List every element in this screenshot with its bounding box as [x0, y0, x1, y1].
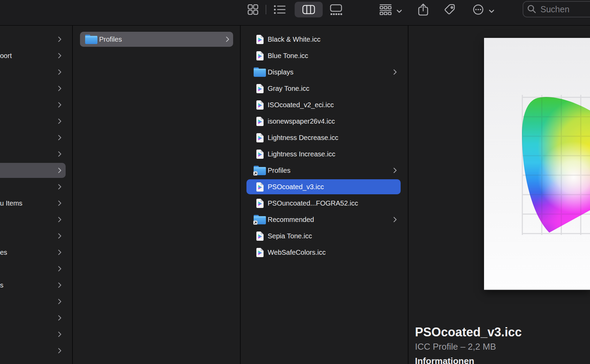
icc-file-icon — [252, 182, 268, 192]
file-item[interactable]: Sepia Tone.icc — [246, 228, 401, 243]
column-divider[interactable] — [408, 26, 408, 364]
list-item[interactable] — [0, 261, 66, 276]
file-item[interactable]: WebSafeColors.icc — [246, 245, 401, 260]
preview-file-name: PSOcoated_v3.icc — [415, 325, 522, 339]
group-button[interactable] — [377, 2, 394, 17]
search-field[interactable] — [523, 1, 590, 17]
list-item[interactable] — [0, 32, 66, 47]
icc-file-icon — [252, 100, 268, 110]
folder-alias-icon — [252, 214, 268, 225]
list-item[interactable] — [0, 327, 66, 342]
icc-file-icon — [252, 116, 268, 126]
file-item[interactable]: Blue Tone.icc — [246, 48, 401, 63]
column-view-button[interactable] — [295, 2, 323, 17]
folder-icon — [252, 67, 268, 77]
folder-item[interactable]: Profiles — [246, 163, 401, 178]
chevron-right-icon — [58, 332, 62, 337]
list-item[interactable] — [0, 310, 66, 325]
chevron-right-icon — [58, 102, 62, 108]
chevron-right-icon — [58, 233, 62, 239]
share-button[interactable] — [414, 2, 432, 17]
folder-item-profiles-selected[interactable]: Profiles — [80, 32, 233, 47]
chevron-right-icon — [58, 217, 62, 222]
list-item-selected[interactable] — [0, 163, 66, 178]
search-icon — [527, 5, 536, 14]
icc-file-icon — [252, 248, 268, 257]
list-item[interactable] — [0, 212, 66, 227]
icc-file-icon — [252, 51, 268, 61]
finder-window: { "toolbar": { "icons": ["grid-view", "l… — [0, 0, 590, 364]
share-icon — [418, 3, 428, 16]
gallery-view-button[interactable] — [327, 2, 345, 17]
file-item[interactable]: PSOuncoated...FOGRA52.icc — [246, 196, 401, 211]
list-item[interactable] — [0, 146, 66, 162]
list-item[interactable]: es — [0, 245, 66, 260]
list-item[interactable] — [0, 343, 66, 358]
chevron-right-icon — [58, 135, 62, 140]
grid-view-button[interactable] — [244, 2, 262, 17]
more-chevron-down-icon — [489, 8, 494, 14]
icc-gamut-preview-image — [484, 38, 590, 290]
list-item[interactable]: u Items — [0, 196, 66, 211]
folder-icon — [83, 34, 99, 44]
icc-file-icon — [252, 34, 268, 44]
list-view-icon — [274, 5, 285, 14]
tag-button[interactable] — [441, 2, 459, 17]
search-input[interactable] — [540, 4, 590, 15]
list-item[interactable] — [0, 179, 66, 194]
chevron-right-icon — [393, 217, 397, 222]
chevron-right-icon — [58, 200, 62, 206]
icc-file-icon — [252, 133, 268, 143]
list-view-button[interactable] — [271, 2, 289, 17]
column-2: Profiles — [73, 26, 240, 364]
column-1: oort u Items es s — [0, 26, 72, 364]
chevron-right-icon — [393, 168, 397, 173]
list-item[interactable]: s — [0, 278, 66, 293]
more-icon — [473, 4, 484, 15]
preview-file-meta: ICC Profile – 2,2 MB — [415, 341, 496, 352]
chevron-right-icon — [58, 184, 62, 190]
chevron-right-icon — [58, 282, 62, 288]
tag-icon — [444, 4, 455, 15]
file-item[interactable]: Gray Tone.icc — [246, 81, 401, 96]
chevron-right-icon — [58, 266, 62, 271]
list-item[interactable]: oort — [0, 48, 66, 63]
list-item[interactable] — [0, 130, 66, 145]
more-button[interactable] — [469, 2, 487, 17]
icc-file-icon — [252, 198, 268, 208]
chevron-right-icon — [58, 151, 62, 157]
grid-view-icon — [247, 4, 258, 15]
preview-info-section-header: Informationen — [415, 356, 474, 364]
list-item[interactable] — [0, 97, 66, 112]
chevron-right-icon — [58, 118, 62, 124]
list-item[interactable] — [0, 294, 66, 309]
list-item[interactable] — [0, 228, 66, 243]
list-item[interactable] — [0, 81, 66, 96]
chevron-right-icon — [58, 168, 62, 173]
toolbar — [0, 0, 590, 26]
folder-item[interactable]: Displays — [246, 65, 401, 80]
file-item[interactable]: Lightness Decrease.icc — [246, 130, 401, 145]
chevron-right-icon — [58, 250, 62, 255]
column-divider[interactable] — [72, 26, 73, 364]
icc-file-icon — [252, 84, 268, 94]
column-divider[interactable] — [240, 26, 241, 364]
icc-file-icon — [252, 231, 268, 241]
preview-pane: PSOcoated_v3.icc ICC Profile – 2,2 MB In… — [408, 26, 590, 364]
group-chevron-down-icon — [397, 8, 402, 14]
column-view-icon — [302, 5, 315, 14]
chevron-right-icon — [58, 86, 62, 91]
file-item-selected[interactable]: PSOcoated_v3.icc — [246, 179, 401, 194]
file-item[interactable]: isonewspaper26v4.icc — [246, 114, 401, 129]
chevron-right-icon — [58, 299, 62, 304]
file-item[interactable]: Black & White.icc — [246, 32, 401, 47]
folder-alias-icon — [252, 165, 268, 176]
group-icon — [379, 4, 392, 15]
list-item[interactable] — [0, 114, 66, 129]
file-item[interactable]: Lightness Increase.icc — [246, 146, 401, 162]
chevron-right-icon — [58, 53, 62, 58]
file-item[interactable]: ISOcoated_v2_eci.icc — [246, 97, 401, 112]
chevron-right-icon — [393, 69, 397, 75]
list-item[interactable] — [0, 65, 66, 80]
folder-item[interactable]: Recommended — [246, 212, 401, 227]
